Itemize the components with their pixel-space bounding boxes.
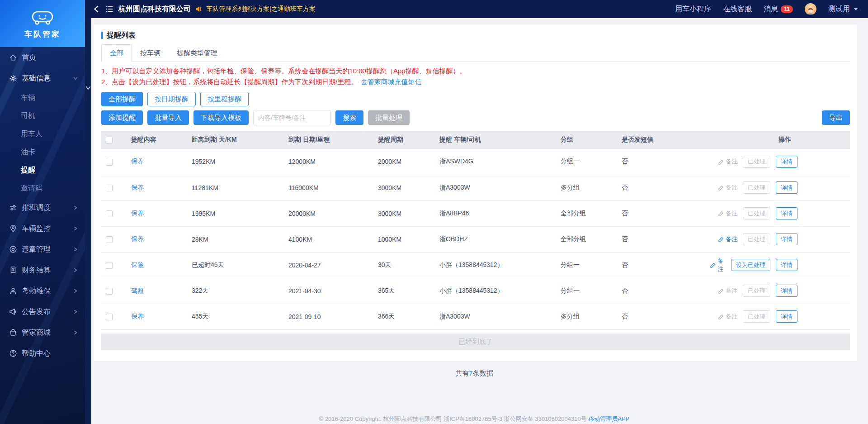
filter-all-reminders[interactable]: 全部提醒 xyxy=(101,92,143,106)
pencil-icon xyxy=(718,236,724,242)
detail-button[interactable]: 详情 xyxy=(776,181,797,194)
note-button[interactable]: 备注 xyxy=(718,235,737,243)
reminder-content-link[interactable]: 保养 xyxy=(131,157,144,165)
location-icon xyxy=(9,224,17,233)
due-cell: 20000KM xyxy=(284,200,373,226)
note-button[interactable]: 备注 xyxy=(718,287,737,295)
detail-button[interactable]: 详情 xyxy=(776,156,797,168)
sidebar-item-scheduling[interactable]: 排班调度 xyxy=(0,197,85,218)
search-input[interactable] xyxy=(253,110,331,125)
filter-by-date[interactable]: 按日期提醒 xyxy=(147,92,196,106)
note-button[interactable]: 备注 xyxy=(718,313,737,321)
announcement-text: 车队管理系列解决方案|之通勤班车方案 xyxy=(206,5,316,13)
add-reminder-button[interactable]: 添加提醒 xyxy=(101,110,143,125)
sidebar-item-basic-info[interactable]: 基础信息 xyxy=(0,68,85,89)
process-button[interactable]: 已处理 xyxy=(743,207,770,219)
sidebar-item-vehicle-monitoring[interactable]: 车辆监控 xyxy=(0,218,85,239)
row-checkbox[interactable] xyxy=(106,210,113,217)
sidebar-item-reminders[interactable]: 提醒 xyxy=(0,161,85,179)
online-service-link[interactable]: 在线客服 xyxy=(723,5,752,14)
cycle-cell: 365天 xyxy=(373,278,435,304)
reminder-content-link[interactable]: 驾照 xyxy=(131,287,144,294)
process-button[interactable]: 已处理 xyxy=(743,233,770,245)
sidebar-item-announcements[interactable]: 公告发布 xyxy=(0,301,85,322)
sidebar-item-violation-management[interactable]: 违章管理 xyxy=(0,239,85,260)
batch-import-button[interactable]: 批量导入 xyxy=(147,110,189,125)
sidebar-item-home[interactable]: 首页 xyxy=(0,47,85,68)
detail-button[interactable]: 详情 xyxy=(776,233,797,245)
sidebar-item-help-center[interactable]: 帮助中心 xyxy=(0,343,85,364)
note-button[interactable]: 备注 xyxy=(718,184,737,192)
row-checkbox[interactable] xyxy=(106,262,113,269)
detail-button[interactable]: 详情 xyxy=(776,285,797,297)
row-checkbox[interactable] xyxy=(106,236,113,243)
process-button[interactable]: 已处理 xyxy=(743,310,770,323)
user-menu[interactable]: 测试用 xyxy=(828,5,858,14)
company-name[interactable]: 杭州圆点科技有限公司 xyxy=(118,5,191,14)
process-button[interactable]: 已处理 xyxy=(743,181,770,194)
chevron-right-icon xyxy=(72,246,79,252)
sidebar-item-butler-mall[interactable]: 管家商城 xyxy=(0,322,85,343)
sidebar-collapse-strip[interactable] xyxy=(85,18,91,424)
cycle-cell: 3000KM xyxy=(373,200,435,226)
recharge-sms-link[interactable]: 去管家商城充值短信 xyxy=(361,78,422,86)
tab-by-vehicle[interactable]: 按车辆 xyxy=(132,45,169,62)
detail-button[interactable]: 详情 xyxy=(776,207,797,219)
user-avatar[interactable] xyxy=(805,3,816,15)
table-row: 保养11281KM116000KM3000KM浙A3003W多分组否备注已处理详… xyxy=(101,175,850,200)
mobile-admin-app-link[interactable]: 移动管理员APP xyxy=(588,415,629,422)
cycle-cell: 30天 xyxy=(373,252,435,278)
export-button[interactable]: 导出 xyxy=(822,110,850,125)
tab-reminder-type-management[interactable]: 提醒类型管理 xyxy=(169,45,226,62)
table-header: 提醒内容 距离到期 天/KM 到期 日期/里程 提醒周期 提醒 车辆/司机 分组… xyxy=(101,131,850,149)
detail-button[interactable]: 详情 xyxy=(776,310,797,323)
sidebar-item-car-users[interactable]: 用车人 xyxy=(0,125,85,143)
reminder-content-link[interactable]: 保险 xyxy=(131,261,144,268)
back-chevron-icon[interactable] xyxy=(93,5,101,13)
note-button[interactable]: 备注 xyxy=(718,210,737,218)
group-cell: 全部分组 xyxy=(556,200,617,226)
tab-all[interactable]: 全部 xyxy=(101,44,132,62)
note-button[interactable]: 备注 xyxy=(710,257,726,273)
reminder-content-link[interactable]: 保养 xyxy=(131,210,144,217)
sidebar-item-invite-codes[interactable]: 邀请码 xyxy=(0,179,85,197)
download-template-button[interactable]: 下载导入模板 xyxy=(193,110,249,125)
app-logo[interactable]: 车队管家 xyxy=(0,0,85,47)
target-cell: 浙ASWD4G xyxy=(435,149,556,175)
messages-link[interactable]: 消息 11 xyxy=(764,5,793,14)
remaining-cell: 已超时46天 xyxy=(187,252,284,278)
sidebar-item-drivers[interactable]: 司机 xyxy=(0,107,85,125)
detail-button[interactable]: 详情 xyxy=(776,259,797,271)
reminder-content-link[interactable]: 保养 xyxy=(131,313,144,320)
process-button[interactable]: 已处理 xyxy=(743,285,770,297)
row-checkbox[interactable] xyxy=(106,288,113,295)
filter-by-mileage[interactable]: 按里程提醒 xyxy=(200,92,249,106)
due-cell: 2021-09-10 xyxy=(284,304,373,329)
row-checkbox[interactable] xyxy=(106,314,113,320)
process-button[interactable]: 已处理 xyxy=(743,156,770,168)
group-cell: 分组一 xyxy=(556,252,617,278)
sidebar-item-attendance-maintenance[interactable]: 考勤维保 xyxy=(0,281,85,301)
due-cell: 2020-04-27 xyxy=(284,252,373,278)
car-logo-icon xyxy=(28,8,57,26)
sidebar-item-finance-settlement[interactable]: 财务结算 xyxy=(0,260,85,281)
row-checkbox[interactable] xyxy=(106,159,113,166)
process-button[interactable]: 设为已处理 xyxy=(731,259,770,271)
sidebar-item-fuel-cards[interactable]: 油卡 xyxy=(0,143,85,161)
cycle-cell: 2000KM xyxy=(373,149,435,175)
batch-process-button[interactable]: 批量处理 xyxy=(368,110,410,125)
group-cell: 全部分组 xyxy=(556,226,617,252)
note-button[interactable]: 备注 xyxy=(718,157,737,166)
reminder-content-link[interactable]: 保养 xyxy=(131,235,144,243)
target-cell: 小胖（13588445312） xyxy=(435,252,556,278)
toolbar: 添加提醒 批量导入 下载导入模板 搜索 批量处理 导出 xyxy=(101,110,850,125)
brand-name: 车队管家 xyxy=(24,29,61,39)
menu-list-icon[interactable] xyxy=(105,5,113,13)
mini-program-link[interactable]: 用车小程序 xyxy=(675,5,711,14)
search-button[interactable]: 搜索 xyxy=(335,110,363,125)
reminder-content-link[interactable]: 保养 xyxy=(131,184,144,191)
row-checkbox[interactable] xyxy=(106,185,113,191)
remaining-cell: 455天 xyxy=(187,304,284,329)
sidebar-item-vehicles[interactable]: 车辆 xyxy=(0,89,85,107)
select-all-checkbox[interactable] xyxy=(106,137,113,143)
